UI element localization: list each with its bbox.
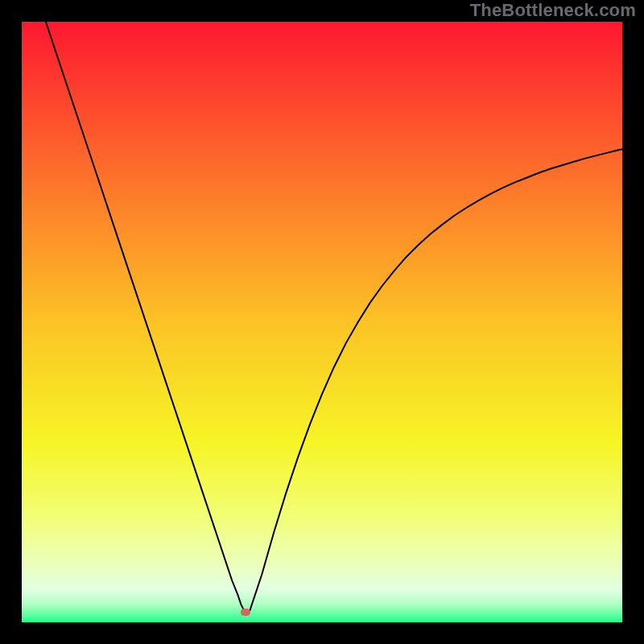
watermark-text: TheBottleneck.com <box>470 0 636 21</box>
chart-frame: TheBottleneck.com <box>0 0 644 644</box>
plot-background <box>22 22 622 622</box>
bottleneck-chart <box>22 22 622 622</box>
minimum-marker <box>241 609 250 616</box>
